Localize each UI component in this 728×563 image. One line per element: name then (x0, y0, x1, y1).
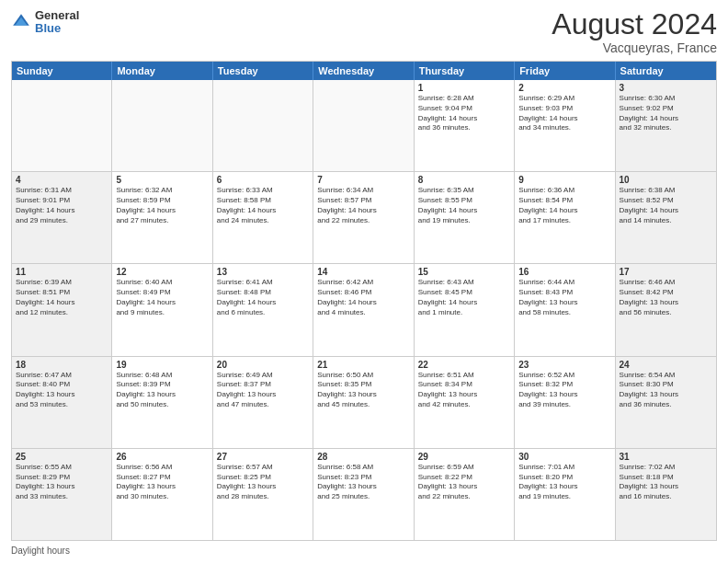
day-info-15: Sunrise: 6:43 AM Sunset: 8:45 PM Dayligh… (418, 278, 510, 317)
day-number-16: 16 (518, 267, 610, 277)
day-number-23: 23 (518, 360, 610, 370)
header-day-friday: Friday (515, 62, 615, 80)
day-number-28: 28 (317, 452, 409, 462)
day-number-6: 6 (217, 175, 309, 185)
day-number-11: 11 (16, 267, 108, 277)
calendar-header: SundayMondayTuesdayWednesdayThursdayFrid… (12, 62, 716, 80)
day-cell-2: 2Sunrise: 6:29 AM Sunset: 9:03 PM Daylig… (515, 80, 615, 171)
day-cell-29: 29Sunrise: 6:59 AM Sunset: 8:22 PM Dayli… (415, 449, 515, 540)
day-info-17: Sunrise: 6:46 AM Sunset: 8:42 PM Dayligh… (620, 278, 712, 317)
day-number-2: 2 (518, 83, 610, 93)
day-number-25: 25 (16, 452, 108, 462)
calendar-row-1: 1Sunrise: 6:28 AM Sunset: 9:04 PM Daylig… (12, 80, 716, 172)
day-cell-6: 6Sunrise: 6:33 AM Sunset: 8:58 PM Daylig… (213, 172, 313, 263)
title-area: August 2024 Vacqueyras, France (552, 9, 717, 55)
header-day-tuesday: Tuesday (213, 62, 313, 80)
logo-blue: Blue (35, 22, 79, 35)
day-cell-27: 27Sunrise: 6:57 AM Sunset: 8:25 PM Dayli… (213, 449, 313, 540)
day-info-24: Sunrise: 6:54 AM Sunset: 8:30 PM Dayligh… (620, 371, 712, 410)
day-number-21: 21 (317, 360, 409, 370)
day-info-31: Sunrise: 7:02 AM Sunset: 8:18 PM Dayligh… (620, 463, 712, 502)
header-day-thursday: Thursday (415, 62, 515, 80)
day-info-11: Sunrise: 6:39 AM Sunset: 8:51 PM Dayligh… (16, 278, 108, 317)
day-info-25: Sunrise: 6:55 AM Sunset: 8:29 PM Dayligh… (16, 463, 108, 502)
day-number-4: 4 (16, 175, 108, 185)
calendar-row-5: 25Sunrise: 6:55 AM Sunset: 8:29 PM Dayli… (12, 449, 716, 540)
day-cell-22: 22Sunrise: 6:51 AM Sunset: 8:34 PM Dayli… (415, 357, 515, 448)
day-info-23: Sunrise: 6:52 AM Sunset: 8:32 PM Dayligh… (518, 371, 610, 410)
day-info-10: Sunrise: 6:38 AM Sunset: 8:52 PM Dayligh… (620, 186, 712, 225)
day-info-30: Sunrise: 7:01 AM Sunset: 8:20 PM Dayligh… (518, 463, 610, 502)
day-cell-10: 10Sunrise: 6:38 AM Sunset: 8:52 PM Dayli… (616, 172, 716, 263)
logo: General Blue (11, 9, 79, 36)
day-number-19: 19 (116, 360, 208, 370)
page: General Blue August 2024 Vacqueyras, Fra… (0, 0, 728, 563)
header-day-monday: Monday (112, 62, 212, 80)
logo-icon (11, 12, 31, 32)
day-number-31: 31 (620, 452, 712, 462)
day-number-30: 30 (518, 452, 610, 462)
empty-cell (112, 80, 212, 171)
day-cell-15: 15Sunrise: 6:43 AM Sunset: 8:45 PM Dayli… (415, 264, 515, 355)
day-number-15: 15 (418, 267, 510, 277)
footer-label: Daylight hours (11, 546, 70, 556)
day-cell-12: 12Sunrise: 6:40 AM Sunset: 8:49 PM Dayli… (112, 264, 212, 355)
day-number-22: 22 (418, 360, 510, 370)
day-info-13: Sunrise: 6:41 AM Sunset: 8:48 PM Dayligh… (217, 278, 309, 317)
calendar: SundayMondayTuesdayWednesdayThursdayFrid… (11, 61, 717, 541)
calendar-body: 1Sunrise: 6:28 AM Sunset: 9:04 PM Daylig… (12, 80, 716, 540)
day-number-20: 20 (217, 360, 309, 370)
calendar-row-3: 11Sunrise: 6:39 AM Sunset: 8:51 PM Dayli… (12, 264, 716, 356)
day-info-4: Sunrise: 6:31 AM Sunset: 9:01 PM Dayligh… (16, 186, 108, 225)
day-number-24: 24 (620, 360, 712, 370)
empty-cell (313, 80, 414, 171)
day-cell-8: 8Sunrise: 6:35 AM Sunset: 8:55 PM Daylig… (415, 172, 515, 263)
day-cell-18: 18Sunrise: 6:47 AM Sunset: 8:40 PM Dayli… (12, 357, 112, 448)
day-number-8: 8 (418, 175, 510, 185)
header-day-wednesday: Wednesday (313, 62, 414, 80)
day-number-27: 27 (217, 452, 309, 462)
calendar-row-4: 18Sunrise: 6:47 AM Sunset: 8:40 PM Dayli… (12, 357, 716, 449)
day-cell-31: 31Sunrise: 7:02 AM Sunset: 8:18 PM Dayli… (616, 449, 716, 540)
header-day-saturday: Saturday (616, 62, 716, 80)
day-info-2: Sunrise: 6:29 AM Sunset: 9:03 PM Dayligh… (518, 94, 610, 133)
day-info-28: Sunrise: 6:58 AM Sunset: 8:23 PM Dayligh… (317, 463, 409, 502)
day-info-22: Sunrise: 6:51 AM Sunset: 8:34 PM Dayligh… (418, 371, 510, 410)
day-cell-4: 4Sunrise: 6:31 AM Sunset: 9:01 PM Daylig… (12, 172, 112, 263)
day-info-8: Sunrise: 6:35 AM Sunset: 8:55 PM Dayligh… (418, 186, 510, 225)
day-cell-24: 24Sunrise: 6:54 AM Sunset: 8:30 PM Dayli… (616, 357, 716, 448)
day-cell-25: 25Sunrise: 6:55 AM Sunset: 8:29 PM Dayli… (12, 449, 112, 540)
day-cell-17: 17Sunrise: 6:46 AM Sunset: 8:42 PM Dayli… (616, 264, 716, 355)
day-info-27: Sunrise: 6:57 AM Sunset: 8:25 PM Dayligh… (217, 463, 309, 502)
empty-cell (213, 80, 313, 171)
day-info-21: Sunrise: 6:50 AM Sunset: 8:35 PM Dayligh… (317, 371, 409, 410)
day-cell-1: 1Sunrise: 6:28 AM Sunset: 9:04 PM Daylig… (415, 80, 515, 171)
day-info-3: Sunrise: 6:30 AM Sunset: 9:02 PM Dayligh… (620, 94, 712, 133)
day-cell-14: 14Sunrise: 6:42 AM Sunset: 8:46 PM Dayli… (313, 264, 414, 355)
day-cell-26: 26Sunrise: 6:56 AM Sunset: 8:27 PM Dayli… (112, 449, 212, 540)
day-info-18: Sunrise: 6:47 AM Sunset: 8:40 PM Dayligh… (16, 371, 108, 410)
day-info-9: Sunrise: 6:36 AM Sunset: 8:54 PM Dayligh… (518, 186, 610, 225)
day-info-14: Sunrise: 6:42 AM Sunset: 8:46 PM Dayligh… (317, 278, 409, 317)
day-number-1: 1 (418, 83, 510, 93)
day-info-26: Sunrise: 6:56 AM Sunset: 8:27 PM Dayligh… (116, 463, 208, 502)
day-info-20: Sunrise: 6:49 AM Sunset: 8:37 PM Dayligh… (217, 371, 309, 410)
day-cell-20: 20Sunrise: 6:49 AM Sunset: 8:37 PM Dayli… (213, 357, 313, 448)
day-number-17: 17 (620, 267, 712, 277)
day-number-5: 5 (116, 175, 208, 185)
day-number-12: 12 (116, 267, 208, 277)
day-cell-21: 21Sunrise: 6:50 AM Sunset: 8:35 PM Dayli… (313, 357, 414, 448)
day-number-26: 26 (116, 452, 208, 462)
header-day-sunday: Sunday (12, 62, 112, 80)
day-number-29: 29 (418, 452, 510, 462)
day-cell-16: 16Sunrise: 6:44 AM Sunset: 8:43 PM Dayli… (515, 264, 615, 355)
day-cell-5: 5Sunrise: 6:32 AM Sunset: 8:59 PM Daylig… (112, 172, 212, 263)
day-number-3: 3 (620, 83, 712, 93)
day-cell-3: 3Sunrise: 6:30 AM Sunset: 9:02 PM Daylig… (616, 80, 716, 171)
day-number-13: 13 (217, 267, 309, 277)
day-cell-7: 7Sunrise: 6:34 AM Sunset: 8:57 PM Daylig… (313, 172, 414, 263)
day-info-19: Sunrise: 6:48 AM Sunset: 8:39 PM Dayligh… (116, 371, 208, 410)
day-number-18: 18 (16, 360, 108, 370)
day-cell-23: 23Sunrise: 6:52 AM Sunset: 8:32 PM Dayli… (515, 357, 615, 448)
day-number-7: 7 (317, 175, 409, 185)
